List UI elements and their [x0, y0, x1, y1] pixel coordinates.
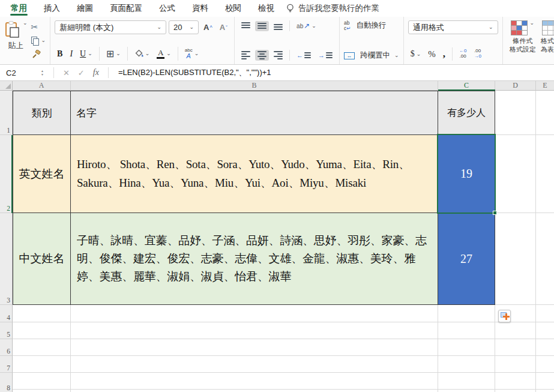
- name-box-spinner[interactable]: ▲ ▼: [41, 70, 44, 76]
- wrap-text-icon: ab c↵: [344, 20, 351, 31]
- tab-review[interactable]: 校閱: [217, 0, 250, 17]
- italic-button[interactable]: I: [67, 48, 75, 60]
- paste-button[interactable]: ⌄ 貼上: [4, 20, 28, 61]
- decrease-font-size-button[interactable]: Aˇ: [217, 22, 230, 33]
- wrap-text-button[interactable]: ab c↵ 自動換行: [344, 20, 399, 31]
- row-header-7[interactable]: 7: [0, 356, 13, 373]
- bold-button[interactable]: B: [55, 48, 65, 60]
- comma-style-button[interactable]: ,: [441, 50, 448, 58]
- column-header-b[interactable]: B: [71, 81, 438, 91]
- align-right-button[interactable]: [271, 50, 285, 61]
- cell-A3[interactable]: 中文姓名: [13, 213, 71, 305]
- increase-indent-icon: [326, 52, 333, 58]
- row-header-6[interactable]: 6: [0, 339, 13, 356]
- decrease-decimal-button[interactable]: .00 →0: [471, 47, 483, 61]
- currency-caret[interactable]: ⌄: [417, 52, 421, 57]
- format-painter-button[interactable]: [31, 49, 41, 59]
- align-center-button[interactable]: [255, 50, 269, 61]
- row-header-4[interactable]: 4: [0, 305, 13, 322]
- column-header-d[interactable]: D: [495, 81, 536, 91]
- underline-icon: U: [80, 49, 86, 59]
- tab-formulas[interactable]: 公式: [151, 0, 184, 17]
- underline-button[interactable]: U ⌄: [77, 48, 95, 60]
- orientation-button[interactable]: ab ↗ ⌄: [294, 20, 319, 31]
- cut-button[interactable]: ✂: [31, 22, 38, 32]
- align-top-button[interactable]: [239, 21, 253, 31]
- fill-color-caret[interactable]: ⌄: [145, 51, 150, 56]
- tab-home[interactable]: 常用: [2, 0, 35, 17]
- italic-icon: I: [70, 49, 73, 59]
- phonetic-caret[interactable]: ⌄: [194, 51, 199, 56]
- font-color-caret[interactable]: ⌄: [166, 51, 171, 56]
- row-header-2[interactable]: 2: [0, 135, 13, 213]
- tab-insert[interactable]: 插入: [35, 0, 68, 17]
- cell-A2[interactable]: 英文姓名: [13, 135, 71, 213]
- name-box[interactable]: C2: [0, 68, 41, 77]
- conditional-formatting-button[interactable]: ⌄ 條件式 格式設定: [507, 20, 538, 61]
- phonetic-guide-button[interactable]: abc A ⌄: [182, 47, 201, 61]
- copy-dropdown-caret[interactable]: ⌄: [41, 38, 46, 43]
- increase-decimal-button[interactable]: ←0 .00: [457, 47, 469, 61]
- row-header-3[interactable]: 3: [0, 213, 13, 305]
- orientation-caret[interactable]: ⌄: [312, 23, 316, 29]
- align-bottom-button[interactable]: [271, 21, 285, 31]
- tab-data[interactable]: 資料: [184, 0, 217, 17]
- font-size-combobox[interactable]: 20 ⌄: [169, 20, 199, 34]
- tab-view[interactable]: 檢視: [250, 0, 283, 17]
- formula-input[interactable]: =LEN(B2)-LEN(SUBSTITUTE(B2,"、",""))+1: [118, 67, 271, 78]
- merge-center-button[interactable]: ↔ 跨欄置中 ⌄: [344, 50, 399, 61]
- cell-C3[interactable]: 27: [438, 213, 495, 305]
- tell-me-search[interactable]: 告訴我您要執行的作業: [286, 3, 379, 14]
- selected-row-marker: [11, 135, 13, 213]
- fill-handle[interactable]: [493, 211, 497, 215]
- insert-function-button[interactable]: fx: [93, 68, 99, 77]
- cell-A1[interactable]: 類別: [13, 91, 71, 135]
- increase-indent-button[interactable]: →: [316, 50, 335, 60]
- cell-C1[interactable]: 有多少人: [438, 91, 495, 135]
- row-header-1[interactable]: 1: [0, 91, 13, 135]
- select-all-corner[interactable]: [0, 81, 13, 91]
- tab-page-layout[interactable]: 頁面配置: [101, 0, 151, 17]
- cell-B1-text: 名字: [76, 106, 97, 120]
- merge-center-icon: ↔: [344, 52, 355, 59]
- cell-C3-text: 27: [460, 252, 472, 266]
- paste-clipboard-icon: [4, 20, 21, 38]
- fill-color-button[interactable]: ⌄: [132, 49, 152, 59]
- conditional-formatting-icon: [511, 20, 528, 35]
- borders-caret[interactable]: ⌄: [116, 51, 121, 56]
- cell-C2[interactable]: 19: [438, 135, 495, 213]
- column-header-a[interactable]: A: [13, 81, 71, 91]
- tab-draw[interactable]: 繪圖: [68, 0, 101, 17]
- cell-B3[interactable]: 子晴、詠晴、宜蓁、品妤、子涵、品妍、詩涵、思妤、羽彤、家豪、志明、俊傑、建宏、俊…: [71, 213, 438, 305]
- styles-group: ⌄ 條件式 格式設定 格式化 為表格: [503, 17, 554, 64]
- align-left-button[interactable]: [239, 50, 253, 61]
- font-color-button[interactable]: A ⌄: [154, 47, 173, 60]
- percent-button[interactable]: %: [426, 48, 438, 61]
- copy-button[interactable]: ⌄: [31, 35, 46, 46]
- autofill-options-button[interactable]: [498, 310, 511, 322]
- row-header-5[interactable]: 5: [0, 322, 13, 339]
- merge-center-caret[interactable]: ⌄: [394, 53, 399, 58]
- align-bottom-icon: [274, 22, 283, 30]
- underline-caret[interactable]: ⌄: [88, 51, 92, 56]
- currency-button[interactable]: $ ⌄: [408, 48, 424, 60]
- font-name-combobox[interactable]: 新細明體 (本文) ⌄: [55, 20, 166, 34]
- align-middle-button[interactable]: [255, 21, 269, 31]
- orientation-icon: ab: [297, 23, 303, 29]
- shrink-font-mark: ˇ: [226, 25, 227, 31]
- enter-button[interactable]: ✓: [78, 68, 85, 77]
- column-header-e[interactable]: E: [536, 81, 554, 91]
- align-left-icon: [241, 51, 250, 59]
- borders-button[interactable]: ⊞ ⌄: [104, 48, 123, 60]
- number-format-combobox[interactable]: 通用格式 ⌄: [408, 20, 498, 34]
- row-header-8[interactable]: 8: [0, 373, 13, 392]
- increase-font-size-button[interactable]: A^: [201, 22, 215, 33]
- decrease-indent-button[interactable]: ←: [294, 50, 313, 60]
- font-name-caret: ⌄: [157, 25, 162, 30]
- cell-B2[interactable]: Hiroto、 Shota、Ren、Sota、Sora、Yuto、Yudo、Yu…: [71, 135, 438, 213]
- cell-B1[interactable]: 名字: [71, 91, 438, 135]
- paste-dropdown-caret[interactable]: ⌄: [23, 20, 28, 26]
- decrease-indent-icon: [304, 52, 311, 58]
- format-as-table-button[interactable]: 格式化 為表格: [538, 20, 554, 61]
- cancel-button[interactable]: ✕: [63, 68, 70, 77]
